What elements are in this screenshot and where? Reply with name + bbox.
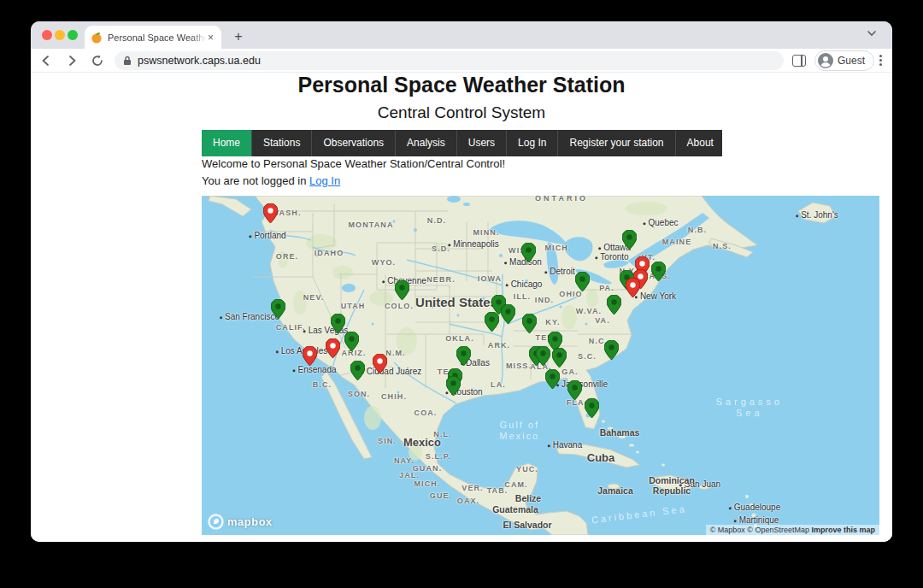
- station-pin-green[interactable]: [545, 369, 560, 389]
- profile-label: Guest: [838, 55, 865, 67]
- kebab-menu-icon[interactable]: [879, 55, 882, 66]
- station-pin-green[interactable]: [501, 304, 515, 324]
- tab-strip: Personal Space Weather Stati × +: [31, 21, 892, 49]
- tab-search-chevron-icon[interactable]: [867, 30, 877, 37]
- nav-item-stations[interactable]: Stations: [251, 130, 311, 156]
- station-pin-green[interactable]: [271, 299, 285, 319]
- minimize-window-button[interactable]: [55, 30, 65, 40]
- station-pin-green[interactable]: [567, 380, 582, 400]
- back-button[interactable]: [36, 50, 56, 71]
- map-pins: [202, 196, 879, 535]
- main-nav: HomeStationsObservationsAnalysisUsersLog…: [202, 130, 722, 156]
- station-pin-green[interactable]: [536, 346, 550, 366]
- station-pin-green[interactable]: [446, 376, 461, 396]
- url-text: pswsnetwork.caps.ua.edu: [138, 55, 261, 67]
- nav-item-home[interactable]: Home: [202, 130, 251, 156]
- browser-tab[interactable]: Personal Space Weather Stati ×: [85, 26, 221, 49]
- station-pin-green[interactable]: [575, 272, 590, 291]
- tangerine-favicon-icon: [91, 32, 103, 44]
- forward-button[interactable]: [62, 50, 82, 71]
- reload-button[interactable]: [87, 50, 108, 71]
- station-pin-green[interactable]: [344, 332, 359, 351]
- nav-item-about[interactable]: About: [675, 130, 725, 156]
- welcome-text: Welcome to Personal Space Weather Statio…: [202, 157, 505, 170]
- station-pin-red[interactable]: [263, 203, 278, 223]
- station-pin-green[interactable]: [651, 262, 666, 281]
- nav-item-log-in[interactable]: Log In: [506, 130, 557, 156]
- login-status-label: You are not logged in: [202, 174, 306, 187]
- station-map[interactable]: WASH.ORE.IDAHOMONTANAN.D.S.D.MINN.WIS.IO…: [202, 196, 879, 535]
- station-pin-green[interactable]: [521, 243, 536, 262]
- page-title: Personal Space Weather Station: [31, 73, 892, 97]
- station-pin-green[interactable]: [331, 314, 345, 333]
- improve-map-link[interactable]: Improve this map: [811, 526, 875, 534]
- station-pin-red[interactable]: [303, 346, 317, 366]
- nav-item-observations[interactable]: Observations: [311, 130, 395, 156]
- mapbox-icon: [208, 514, 224, 530]
- browser-toolbar: pswsnetwork.caps.ua.edu Guest: [31, 49, 892, 73]
- profile-button[interactable]: Guest: [814, 50, 874, 71]
- tab-close-icon[interactable]: ×: [206, 32, 215, 44]
- nav-item-register-your-station[interactable]: Register your station: [557, 130, 674, 156]
- lock-icon[interactable]: [123, 56, 132, 66]
- station-pin-green[interactable]: [485, 312, 499, 332]
- station-pin-green[interactable]: [607, 295, 621, 315]
- nav-item-analysis[interactable]: Analysis: [395, 130, 456, 156]
- login-status-text: You are not logged in Log In: [202, 174, 340, 187]
- station-pin-red[interactable]: [326, 338, 340, 358]
- tab-title: Personal Space Weather Stati: [108, 32, 206, 43]
- station-pin-green[interactable]: [395, 280, 409, 300]
- station-pin-green[interactable]: [522, 314, 537, 333]
- log-in-link[interactable]: Log In: [309, 174, 340, 187]
- url-bar[interactable]: pswsnetwork.caps.ua.edu: [115, 51, 784, 70]
- mapbox-wordmark: mapbox: [227, 515, 273, 528]
- page-subtitle: Central Control System: [31, 103, 892, 122]
- close-window-button[interactable]: [42, 30, 52, 40]
- station-pin-green[interactable]: [585, 398, 599, 418]
- webpage: Personal Space Weather Station Central C…: [31, 73, 892, 542]
- station-pin-red[interactable]: [626, 278, 640, 297]
- browser-window: Personal Space Weather Stati × + pswsnet…: [31, 21, 892, 542]
- station-pin-green[interactable]: [552, 348, 567, 368]
- nav-item-users[interactable]: Users: [456, 130, 506, 156]
- station-pin-green[interactable]: [350, 361, 365, 380]
- map-attribution: © Mapbox © OpenStreetMap Improve this ma…: [706, 525, 879, 535]
- station-pin-green[interactable]: [622, 230, 637, 250]
- mapbox-logo[interactable]: mapbox: [208, 514, 273, 530]
- station-pin-green[interactable]: [604, 340, 619, 360]
- maximize-window-button[interactable]: [68, 30, 78, 40]
- station-pin-red[interactable]: [373, 354, 387, 373]
- new-tab-button[interactable]: +: [230, 28, 247, 45]
- station-pin-green[interactable]: [456, 346, 471, 366]
- side-panel-icon[interactable]: [792, 55, 806, 67]
- avatar: [818, 53, 833, 68]
- attribution-text[interactable]: © Mapbox © OpenStreetMap: [710, 526, 812, 534]
